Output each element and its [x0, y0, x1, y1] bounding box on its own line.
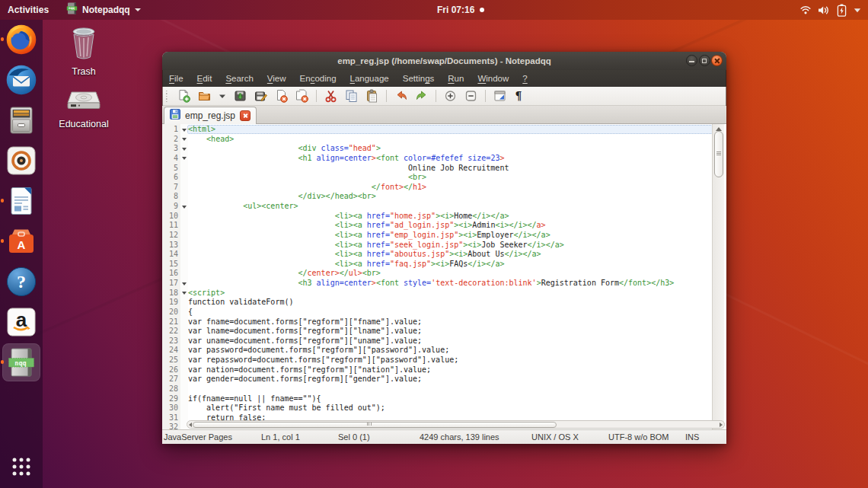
menu-search[interactable]: Search	[219, 74, 260, 83]
code-text-line: <div class="head">	[188, 144, 381, 154]
save-button[interactable]	[234, 89, 247, 103]
fold-cell	[180, 384, 188, 394]
close-document-button[interactable]	[275, 89, 288, 103]
close-all-documents-button[interactable]	[295, 89, 308, 103]
show-applications-button[interactable]	[11, 457, 31, 477]
scroll-right-arrow[interactable]	[720, 423, 723, 427]
fold-arrow[interactable]	[180, 289, 188, 298]
show-special-chars-button[interactable]	[493, 89, 506, 103]
code-line-7: 7 </font></h1>	[162, 183, 726, 193]
app-menu[interactable]: nqq Notepadqq	[66, 0, 141, 20]
clock-menu[interactable]: Fri 07:16	[437, 0, 484, 20]
toolbar-grip[interactable]	[165, 91, 170, 102]
toolbar: ¶	[162, 87, 726, 106]
code-line-23: 23var uname=document.forms["regform"]["u…	[162, 336, 726, 346]
wifi-icon	[800, 5, 811, 14]
word-wrap-pilcrow-button[interactable]: ¶	[514, 89, 527, 103]
code-line-13: 13 <li><a href="seek_login.jsp"><i>Job S…	[162, 241, 726, 250]
open-file-button[interactable]	[198, 89, 211, 103]
code-line-9: 9 <ul><center>	[162, 202, 726, 212]
dock-item-libreoffice-writer[interactable]	[5, 185, 37, 217]
horizontal-scrollbar[interactable]	[187, 420, 725, 429]
dock-item-amazon[interactable]: a	[5, 306, 37, 338]
menu-settings[interactable]: Settings	[396, 74, 442, 83]
tab-label: emp_reg.jsp	[185, 110, 235, 121]
open-recent-dropdown-button[interactable]	[219, 89, 226, 103]
undo-button[interactable]	[394, 89, 407, 103]
window-titlebar[interactable]: emp_reg.jsp (/home/swap/Documents) - Not…	[162, 52, 726, 70]
save-as-button[interactable]	[254, 89, 267, 103]
menu-view[interactable]: View	[260, 74, 293, 83]
tab-close-button[interactable]	[240, 110, 251, 121]
code-text-line: <head>	[188, 135, 234, 145]
menu-run[interactable]: Run	[441, 74, 471, 83]
redo-button[interactable]	[415, 89, 428, 103]
fold-arrow[interactable]	[180, 125, 188, 135]
line-number: 25	[162, 356, 180, 365]
menu-help[interactable]: ?	[515, 74, 534, 83]
dock-item-notepadqq[interactable]: nqq	[5, 346, 37, 378]
status-language-mode: JavaServer Pages	[164, 430, 232, 444]
fold-cell	[180, 298, 188, 308]
chevron-down-icon	[854, 8, 861, 13]
system-status-area[interactable]	[800, 0, 861, 20]
fold-arrow[interactable]	[180, 202, 188, 212]
fold-arrow[interactable]	[180, 144, 188, 154]
editor-area[interactable]: 1<html>2 <head>3 <div class="head">4 <h1…	[162, 124, 726, 429]
code-text-line: <li><a href="emp_login.jsp"><i>Employer<…	[188, 231, 550, 241]
fold-arrow[interactable]	[180, 154, 188, 164]
tab-emp-reg-jsp[interactable]: emp_reg.jsp	[164, 107, 257, 124]
scroll-left-arrow[interactable]	[189, 423, 192, 427]
desktop-icon-educational[interactable]: Educational	[52, 87, 116, 129]
tab-bar: emp_reg.jsp	[162, 106, 726, 124]
code-line-11: 11 <li><a href="ad_login.jsp"><i>Admin<i…	[162, 221, 726, 231]
vertical-scrollbar[interactable]	[712, 124, 724, 429]
code-line-2: 2 <head>	[162, 135, 726, 145]
fold-cell	[180, 336, 188, 346]
activities-button[interactable]: Activities	[8, 0, 49, 20]
menu-encoding[interactable]: Encoding	[293, 74, 343, 83]
menu-language[interactable]: Language	[343, 74, 396, 83]
new-file-button[interactable]	[177, 89, 190, 103]
line-number: 19	[162, 298, 180, 308]
copy-button[interactable]	[345, 89, 358, 103]
zoom-in-button[interactable]	[444, 89, 457, 103]
menu-edit[interactable]: Edit	[190, 74, 219, 83]
trash-icon	[52, 27, 116, 65]
code-line-17: 17 <h3 align=center><font style='text-de…	[162, 279, 726, 289]
notification-dot	[480, 8, 484, 12]
notepadqq-window: emp_reg.jsp (/home/swap/Documents) - Not…	[162, 52, 726, 444]
fold-cell	[180, 327, 188, 336]
line-number: 7	[162, 183, 180, 193]
vertical-scrollbar-thumb[interactable]	[714, 131, 723, 177]
fold-cell	[180, 164, 188, 174]
dock: A?anqq	[0, 20, 43, 488]
code-text-line: if(fname==null || fname==""){	[188, 394, 321, 404]
dock-item-rhythmbox[interactable]	[5, 145, 37, 177]
dock-item-firefox[interactable]	[5, 24, 37, 56]
fold-arrow[interactable]	[180, 135, 188, 145]
close-button[interactable]	[711, 55, 723, 66]
menu-file[interactable]: File	[162, 74, 190, 83]
line-number: 30	[162, 403, 180, 413]
desktop-icon-trash[interactable]: Trash	[52, 27, 116, 77]
dock-item-thunderbird[interactable]	[5, 64, 37, 96]
line-number: 24	[162, 346, 180, 356]
code-text[interactable]: 1<html>2 <head>3 <div class="head">4 <h1…	[162, 125, 726, 429]
dock-item-ubuntu-software[interactable]: A	[5, 225, 37, 257]
minimize-button[interactable]	[686, 55, 697, 66]
paste-button[interactable]	[365, 89, 378, 103]
cut-button[interactable]	[324, 89, 337, 103]
code-text-line: var lname=document.forms["regform"]["lna…	[188, 327, 422, 336]
maximize-button[interactable]	[699, 55, 710, 66]
code-line-18: 18<script>	[162, 289, 726, 298]
code-line-30: 30 alert("First name must be filled out"…	[162, 403, 726, 413]
line-number: 2	[162, 135, 180, 145]
dock-item-help[interactable]: ?	[5, 266, 37, 298]
dock-item-files[interactable]	[5, 104, 37, 136]
menu-window[interactable]: Window	[471, 74, 515, 83]
fold-arrow[interactable]	[180, 279, 188, 289]
zoom-out-button[interactable]	[464, 89, 477, 103]
code-text-line: <script>	[188, 289, 225, 298]
horizontal-scrollbar-thumb[interactable]	[193, 422, 557, 428]
